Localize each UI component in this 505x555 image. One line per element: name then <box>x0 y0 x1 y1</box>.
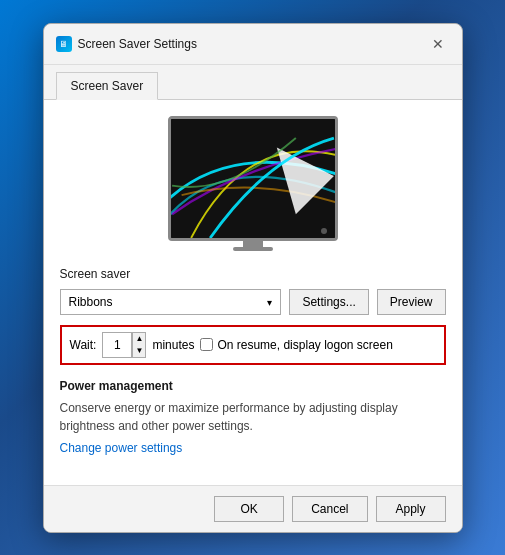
dialog-footer: OK Cancel Apply <box>44 485 462 532</box>
screensaver-section-label: Screen saver <box>60 267 446 281</box>
resume-label-text: On resume, display logon screen <box>217 338 392 352</box>
dialog-title: Screen Saver Settings <box>78 37 197 51</box>
wait-label: Wait: <box>70 338 97 352</box>
preview-area <box>60 116 446 251</box>
spinner-buttons: ▲ ▼ <box>132 332 146 358</box>
change-power-settings-link[interactable]: Change power settings <box>60 441 183 455</box>
title-bar-left: 🖥 Screen Saver Settings <box>56 36 197 52</box>
screensaver-dropdown[interactable]: Ribbons <box>60 289 282 315</box>
close-button[interactable]: ✕ <box>426 32 450 56</box>
monitor-stand <box>243 241 263 247</box>
screensaver-row: Ribbons Settings... Preview <box>60 289 446 315</box>
screensaver-selected: Ribbons <box>69 295 113 309</box>
spinner-up-button[interactable]: ▲ <box>133 333 145 345</box>
cancel-button[interactable]: Cancel <box>292 496 367 522</box>
power-section: Power management Conserve energy or maxi… <box>60 379 446 455</box>
monitor-dot <box>321 228 327 234</box>
spinner-wrapper: ▲ ▼ <box>102 332 146 358</box>
minutes-label: minutes <box>152 338 194 352</box>
tab-bar: Screen Saver <box>44 65 462 100</box>
resume-checkbox[interactable] <box>200 338 213 351</box>
apply-button[interactable]: Apply <box>376 496 446 522</box>
chevron-down-icon <box>267 295 272 309</box>
dialog-content: Screen saver Ribbons Settings... Preview… <box>44 100 462 485</box>
power-section-title: Power management <box>60 379 446 393</box>
wait-input[interactable] <box>102 332 132 358</box>
monitor-preview <box>168 116 338 241</box>
ok-button[interactable]: OK <box>214 496 284 522</box>
spinner-down-button[interactable]: ▼ <box>133 345 145 357</box>
wait-row: Wait: ▲ ▼ minutes On resume, display log… <box>60 325 446 365</box>
title-bar: 🖥 Screen Saver Settings ✕ <box>44 24 462 65</box>
screen-saver-dialog: 🖥 Screen Saver Settings ✕ Screen Saver <box>43 23 463 533</box>
power-description: Conserve energy or maximize performance … <box>60 399 446 435</box>
monitor-screen <box>171 119 335 238</box>
tab-screen-saver[interactable]: Screen Saver <box>56 72 159 100</box>
settings-button[interactable]: Settings... <box>289 289 368 315</box>
resume-checkbox-label[interactable]: On resume, display logon screen <box>200 338 392 352</box>
dialog-icon: 🖥 <box>56 36 72 52</box>
monitor-base <box>233 247 273 251</box>
preview-button[interactable]: Preview <box>377 289 446 315</box>
